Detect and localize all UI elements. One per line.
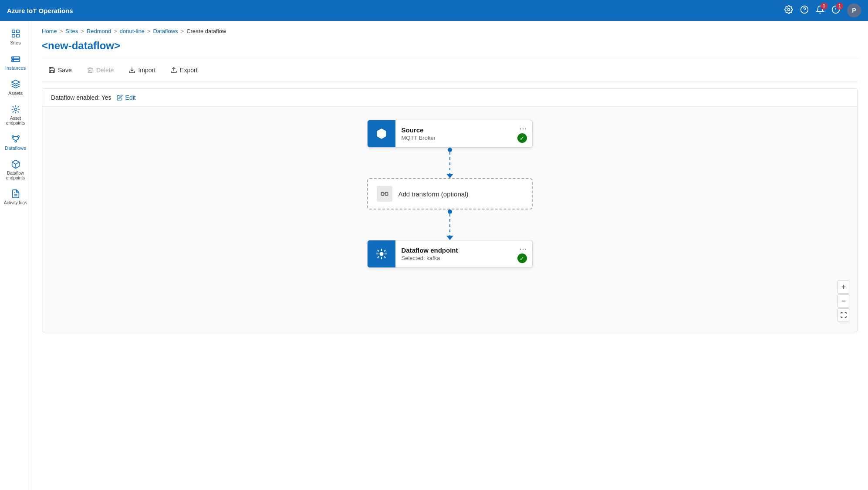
source-node-check: ✓ — [517, 133, 527, 143]
alerts-badge: 1 — [836, 3, 843, 10]
delete-button[interactable]: Delete — [80, 64, 120, 77]
source-node-subtitle: MQTT Broker — [402, 135, 526, 141]
svg-rect-7 — [16, 30, 19, 33]
page-title: <new-dataflow> — [42, 40, 858, 52]
svg-rect-9 — [16, 34, 19, 37]
destination-node-title: Dataflow endpoint — [402, 247, 526, 254]
sidebar-item-dataflows-label: Dataflows — [5, 145, 26, 151]
export-icon — [170, 67, 177, 74]
import-button[interactable]: Import — [122, 64, 162, 77]
save-label: Save — [58, 67, 72, 74]
zoom-in-button[interactable]: + — [837, 280, 850, 294]
help-icon[interactable] — [800, 5, 809, 16]
sidebar-item-instances-label: Instances — [5, 65, 26, 71]
avatar[interactable]: P — [847, 3, 861, 17]
sidebar-item-dataflow-endpoints[interactable]: Dataflow endpoints — [0, 155, 31, 185]
zoom-controls: + − — [837, 280, 850, 321]
svg-point-14 — [14, 108, 17, 111]
svg-point-0 — [788, 8, 790, 10]
source-node-menu[interactable]: ⋯ — [519, 125, 527, 132]
breadcrumb-sep-2: > — [81, 28, 84, 34]
destination-node-body: Dataflow endpoint Selected: kafka — [395, 240, 532, 267]
svg-point-13 — [13, 60, 14, 61]
connector-dot-1 — [448, 148, 452, 152]
sidebar-item-activity-logs[interactable]: Activity logs — [0, 185, 31, 210]
save-button[interactable]: Save — [42, 64, 78, 77]
svg-point-15 — [12, 136, 14, 138]
connector-line-2 — [449, 214, 450, 236]
zoom-fit-icon — [840, 311, 847, 318]
endpoint-icon — [375, 248, 388, 260]
sidebar-item-sites-label: Sites — [10, 40, 20, 45]
sidebar-item-instances[interactable]: Instances — [0, 50, 31, 75]
sidebar-item-asset-endpoints-label: Asset endpoints — [2, 116, 29, 125]
content-area: Home > Sites > Redmond > donut-line > Da… — [31, 21, 868, 490]
sidebar-item-dataflows[interactable]: Dataflows — [0, 130, 31, 155]
notifications-badge: 1 — [821, 3, 827, 10]
topbar-actions: 1 1 P — [784, 3, 861, 17]
main-content: Home > Sites > Redmond > donut-line > Da… — [31, 21, 868, 490]
breadcrumb-current: Create dataflow — [186, 28, 226, 34]
topbar: Azure IoT Operations 1 — [0, 0, 868, 21]
dataflow-info-bar: Dataflow enabled: Yes Edit — [42, 89, 857, 107]
breadcrumb-home[interactable]: Home — [42, 28, 57, 34]
transform-label: Add transform (optional) — [399, 190, 469, 198]
source-node-icon — [368, 120, 395, 147]
breadcrumb-sep-5: > — [181, 28, 184, 34]
destination-node-icon — [368, 240, 395, 267]
svg-point-16 — [17, 136, 19, 138]
toolbar: Save Delete — [42, 59, 858, 81]
source-node[interactable]: Source MQTT Broker ⋯ ✓ — [367, 120, 533, 148]
import-icon — [128, 67, 135, 74]
edit-button[interactable]: Edit — [117, 94, 136, 101]
app-title: Azure IoT Operations — [7, 7, 784, 14]
breadcrumb-redmond[interactable]: Redmond — [87, 28, 111, 34]
breadcrumb-sites[interactable]: Sites — [65, 28, 78, 34]
svg-rect-24 — [381, 193, 384, 196]
sidebar-item-assets-label: Assets — [8, 91, 23, 96]
transform-svg-icon — [380, 189, 389, 198]
svg-point-12 — [13, 57, 14, 58]
cube-icon — [375, 128, 388, 140]
zoom-out-button[interactable]: − — [837, 294, 850, 308]
alerts-icon[interactable]: 1 — [831, 5, 840, 16]
svg-point-27 — [380, 253, 383, 256]
export-button[interactable]: Export — [164, 64, 204, 77]
source-node-body: Source MQTT Broker — [395, 120, 532, 147]
sidebar: Sites Instances Assets — [0, 21, 31, 490]
settings-icon[interactable] — [784, 5, 793, 16]
breadcrumb-sep-3: > — [114, 28, 117, 34]
flow-canvas: Source MQTT Broker ⋯ ✓ — [42, 107, 857, 281]
connector-line-1 — [449, 152, 450, 174]
sidebar-item-asset-endpoints[interactable]: Asset endpoints — [0, 100, 31, 130]
breadcrumb: Home > Sites > Redmond > donut-line > Da… — [42, 28, 858, 34]
edit-label: Edit — [125, 94, 136, 101]
transform-node[interactable]: Add transform (optional) — [367, 178, 533, 210]
connector-arrow-2 — [446, 236, 453, 240]
destination-check-icon: ✓ — [517, 253, 527, 263]
breadcrumb-dataflows[interactable]: Dataflows — [153, 28, 178, 34]
destination-node-menu[interactable]: ⋯ — [519, 245, 527, 253]
zoom-fit-button[interactable] — [837, 308, 850, 321]
source-node-title: Source — [402, 126, 526, 134]
source-check-icon: ✓ — [517, 133, 527, 143]
sidebar-item-sites[interactable]: Sites — [0, 24, 31, 50]
breadcrumb-donut-line[interactable]: donut-line — [120, 28, 145, 34]
connector-1 — [446, 148, 453, 178]
dataflow-enabled-label: Dataflow enabled: Yes — [51, 94, 111, 101]
transform-icon — [377, 186, 392, 202]
connector-arrow-1 — [446, 174, 453, 178]
svg-rect-6 — [12, 30, 14, 33]
breadcrumb-sep-4: > — [147, 28, 151, 34]
svg-rect-8 — [12, 34, 14, 37]
import-label: Import — [138, 67, 155, 74]
destination-node-check: ✓ — [517, 253, 527, 263]
export-label: Export — [180, 67, 197, 74]
breadcrumb-sep-1: > — [60, 28, 63, 34]
destination-node[interactable]: Dataflow endpoint Selected: kafka ⋯ ✓ — [367, 240, 533, 268]
destination-node-subtitle: Selected: kafka — [402, 255, 526, 261]
notifications-icon[interactable]: 1 — [816, 5, 824, 16]
sidebar-item-assets[interactable]: Assets — [0, 75, 31, 100]
save-icon — [48, 67, 55, 74]
delete-icon — [87, 67, 94, 74]
